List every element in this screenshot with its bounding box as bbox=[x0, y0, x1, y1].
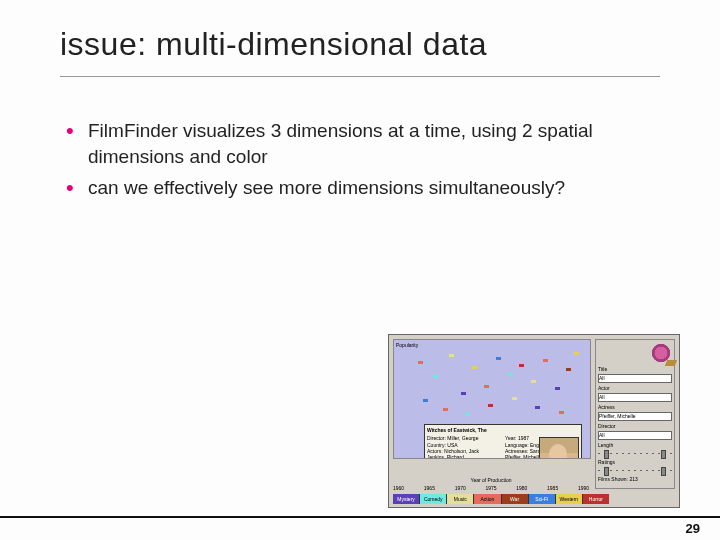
bullet-list: FilmFinder visualizes 3 dimensions at a … bbox=[60, 118, 660, 207]
label: Actresses: bbox=[505, 448, 528, 454]
data-point bbox=[423, 399, 428, 402]
tick: 1960 bbox=[393, 485, 404, 491]
length-slider[interactable] bbox=[598, 451, 672, 456]
legend-item[interactable]: Action bbox=[474, 494, 501, 504]
x-axis-ticks: 1960 1965 1970 1975 1980 1985 1990 bbox=[393, 485, 589, 491]
x-axis-label: Year of Production bbox=[393, 477, 589, 483]
actress-photo bbox=[539, 437, 579, 459]
legend-item[interactable]: Western bbox=[556, 494, 583, 504]
value: Miller, George bbox=[447, 435, 478, 441]
legend-item[interactable]: War bbox=[502, 494, 529, 504]
legend-item[interactable]: Music bbox=[447, 494, 474, 504]
film-title: Witches of Eastwick, The bbox=[427, 427, 579, 433]
data-point bbox=[496, 357, 501, 360]
data-point bbox=[472, 366, 477, 369]
data-point bbox=[484, 385, 489, 388]
tick: 1990 bbox=[578, 485, 589, 491]
data-point bbox=[488, 404, 493, 407]
actor-field[interactable]: All bbox=[598, 393, 672, 402]
legend-item[interactable]: Mystery bbox=[393, 494, 420, 504]
page-number: 29 bbox=[686, 521, 700, 536]
tick: 1965 bbox=[424, 485, 435, 491]
data-point bbox=[461, 392, 466, 395]
value: USA bbox=[447, 442, 457, 448]
label: Actress bbox=[598, 404, 672, 410]
data-point bbox=[418, 361, 423, 364]
y-axis-label: Popularity bbox=[396, 342, 418, 348]
legend-item[interactable]: Horror bbox=[583, 494, 609, 504]
slide: issue: multi-dimensional data FilmFinder… bbox=[0, 0, 720, 540]
data-point bbox=[531, 380, 536, 383]
data-point bbox=[443, 408, 448, 411]
label: Year: bbox=[505, 435, 517, 441]
data-point bbox=[543, 359, 548, 362]
filmfinder-scatterplot: Popularity Witches of Eastwick bbox=[393, 339, 591, 459]
film-reel-icon bbox=[650, 342, 672, 364]
bullet-item: FilmFinder visualizes 3 dimensions at a … bbox=[60, 118, 660, 169]
data-point bbox=[535, 406, 540, 409]
label: Films Shown: bbox=[598, 476, 628, 482]
label: Title bbox=[598, 366, 672, 372]
label: Country: bbox=[427, 442, 446, 448]
data-point bbox=[508, 373, 513, 376]
title-underline bbox=[60, 76, 660, 77]
tick: 1980 bbox=[516, 485, 527, 491]
label: Actor bbox=[598, 385, 672, 391]
data-point bbox=[465, 413, 470, 416]
director-field[interactable]: All bbox=[598, 431, 672, 440]
tick: 1985 bbox=[547, 485, 558, 491]
tick: 1975 bbox=[485, 485, 496, 491]
legend-item[interactable]: Comedy bbox=[420, 494, 447, 504]
film-info-card: Witches of Eastwick, The Director: Mille… bbox=[424, 424, 582, 459]
data-point bbox=[512, 397, 517, 400]
actress-field[interactable]: Pfeiffer, Michelle bbox=[598, 412, 672, 421]
label: Length bbox=[598, 442, 672, 448]
data-point bbox=[555, 387, 560, 390]
ratings-slider[interactable] bbox=[598, 468, 672, 473]
data-point bbox=[449, 354, 454, 357]
filmfinder-screenshot: Popularity Witches of Eastwick bbox=[388, 334, 680, 508]
legend-item[interactable]: Sci-Fi bbox=[529, 494, 556, 504]
tick: 1970 bbox=[455, 485, 466, 491]
genre-legend: Mystery Comedy Music Action War Sci-Fi W… bbox=[393, 494, 609, 504]
data-point bbox=[566, 368, 571, 371]
films-shown-count: 213 bbox=[629, 476, 637, 482]
footer-rule bbox=[0, 516, 720, 518]
value: 1987 bbox=[518, 435, 529, 441]
label: Director bbox=[598, 423, 672, 429]
label: Actors: bbox=[427, 448, 443, 454]
data-point bbox=[519, 364, 524, 367]
value: Jenkins, Richard bbox=[427, 454, 501, 459]
label: Ratings bbox=[598, 459, 672, 465]
data-point bbox=[433, 375, 438, 378]
label: Director: bbox=[427, 435, 446, 441]
title-field[interactable]: All bbox=[598, 374, 672, 383]
bullet-item: can we effectively see more dimensions s… bbox=[60, 175, 660, 201]
data-point bbox=[574, 352, 579, 355]
label: Language: bbox=[505, 442, 529, 448]
data-point bbox=[559, 411, 564, 414]
value: Nicholson, Jack bbox=[444, 448, 479, 454]
slide-title: issue: multi-dimensional data bbox=[60, 26, 487, 63]
filter-panel: Title All Actor All Actress Pfeiffer, Mi… bbox=[595, 339, 675, 489]
